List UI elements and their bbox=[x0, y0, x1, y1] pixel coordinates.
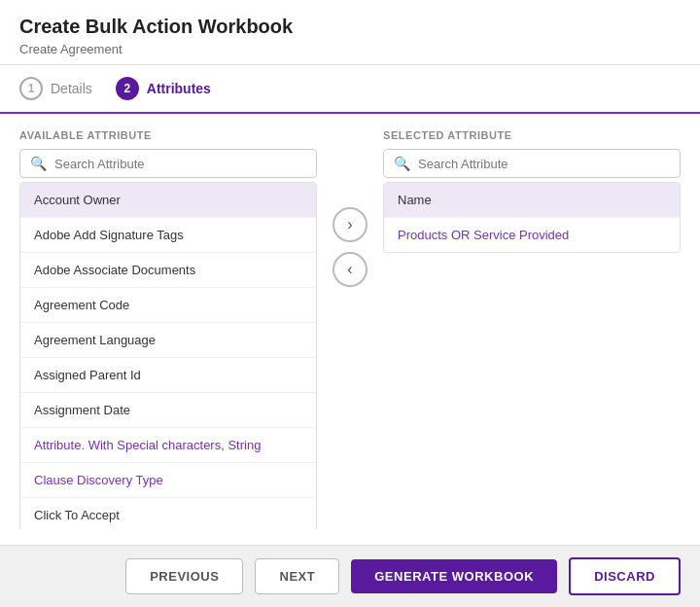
step-1-label: Details bbox=[51, 81, 92, 96]
list-item[interactable]: Assignment Date bbox=[20, 393, 316, 428]
selected-column-header: SELECTED ATTRIBUTE bbox=[383, 129, 681, 141]
steps-bar: 1 Details 2 Attributes bbox=[0, 65, 700, 114]
available-search-box[interactable]: 🔍 bbox=[19, 149, 317, 178]
next-button[interactable]: NEXT bbox=[255, 558, 339, 594]
list-item[interactable]: Account Owner bbox=[20, 183, 316, 218]
list-item[interactable]: Adobe Add Signature Tags bbox=[20, 218, 316, 253]
step-1-circle: 1 bbox=[19, 77, 43, 100]
generate-workbook-button[interactable]: GENERATE WORKBOOK bbox=[351, 559, 557, 593]
available-column-header: AVAILABLE ATTRIBUTE bbox=[19, 129, 317, 141]
list-item[interactable]: Clause Discovery Type bbox=[20, 463, 316, 498]
step-attributes[interactable]: 2 Attributes bbox=[116, 77, 211, 100]
selected-list: NameProducts OR Service Provided bbox=[383, 182, 681, 253]
transfer-backward-button[interactable]: ‹ bbox=[332, 252, 368, 287]
columns-wrapper: AVAILABLE ATTRIBUTE 🔍 Account OwnerAdobe… bbox=[19, 129, 681, 529]
main-content: AVAILABLE ATTRIBUTE 🔍 Account OwnerAdobe… bbox=[0, 114, 700, 545]
available-search-input[interactable] bbox=[54, 157, 306, 171]
step-2-label: Attributes bbox=[147, 81, 211, 96]
list-item[interactable]: Assigned Parent Id bbox=[20, 358, 316, 393]
available-attribute-column: AVAILABLE ATTRIBUTE 🔍 Account OwnerAdobe… bbox=[19, 129, 317, 529]
page-title: Create Bulk Action Workbook bbox=[19, 16, 681, 38]
selected-search-box[interactable]: 🔍 bbox=[383, 149, 681, 178]
page-header: Create Bulk Action Workbook Create Agree… bbox=[0, 0, 700, 65]
selected-search-input[interactable] bbox=[418, 157, 670, 171]
selected-attribute-column: SELECTED ATTRIBUTE 🔍 NameProducts OR Ser… bbox=[383, 129, 681, 253]
footer: PREVIOUS NEXT GENERATE WORKBOOK DISCARD bbox=[0, 545, 700, 607]
page-subtitle: Create Agreement bbox=[19, 42, 681, 56]
list-item[interactable]: Agreement Code bbox=[20, 288, 316, 323]
selected-search-icon: 🔍 bbox=[394, 156, 410, 171]
list-item[interactable]: Agreement Language bbox=[20, 323, 316, 358]
list-item[interactable]: Click To Accept bbox=[20, 498, 316, 529]
step-2-circle: 2 bbox=[116, 77, 139, 100]
list-item[interactable]: Adobe Associate Documents bbox=[20, 253, 316, 288]
previous-button[interactable]: PREVIOUS bbox=[125, 558, 243, 594]
available-search-icon: 🔍 bbox=[30, 156, 47, 171]
transfer-forward-button[interactable]: › bbox=[332, 207, 368, 242]
step-details[interactable]: 1 Details bbox=[19, 77, 92, 100]
transfer-buttons: › ‹ bbox=[317, 207, 383, 287]
list-item[interactable]: Products OR Service Provided bbox=[384, 218, 680, 252]
discard-button[interactable]: DISCARD bbox=[569, 557, 681, 595]
list-item[interactable]: Attribute. With Special characters, Stri… bbox=[20, 428, 316, 463]
list-item[interactable]: Name bbox=[384, 183, 680, 218]
available-list: Account OwnerAdobe Add Signature TagsAdo… bbox=[19, 182, 317, 529]
